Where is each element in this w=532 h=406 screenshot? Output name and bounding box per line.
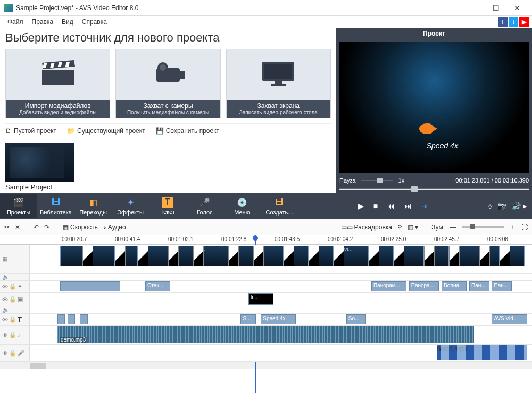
- import-media-card[interactable]: Импорт медиафайловДобавить видео и аудио…: [5, 49, 110, 118]
- audio-button[interactable]: ♪Аудио: [103, 223, 126, 231]
- effect-clip[interactable]: Стек...: [145, 281, 170, 291]
- project-thumbnail[interactable]: Sample Project: [5, 143, 74, 191]
- text-track-body[interactable]: S...Speed 4xSo...AVS Vid...: [30, 314, 532, 325]
- menu-help[interactable]: Справка: [78, 17, 111, 27]
- lock-icon[interactable]: 🔒: [9, 283, 16, 290]
- mic-track-body[interactable]: demo.mp3: [30, 345, 532, 361]
- menu-file[interactable]: Файл: [3, 17, 28, 27]
- effect-clip[interactable]: Пан...: [492, 281, 512, 291]
- empty-project-button[interactable]: 🗋Пустой проект: [5, 127, 56, 135]
- zoom-in-button[interactable]: ＋: [510, 222, 516, 231]
- transition-clip[interactable]: [424, 246, 435, 266]
- transition-clip[interactable]: [253, 246, 264, 266]
- text-clip[interactable]: So...: [346, 314, 367, 324]
- transition-clip[interactable]: [228, 246, 239, 266]
- eye-icon[interactable]: 👁: [2, 284, 8, 290]
- next-button[interactable]: ⏭: [404, 202, 412, 210]
- text-clip[interactable]: AVS Vid...: [492, 314, 527, 324]
- nav-voice[interactable]: 🎤Голос: [186, 194, 223, 218]
- text-clip[interactable]: Speed 4x: [261, 314, 296, 324]
- transition-clip[interactable]: [284, 246, 294, 266]
- storyboard-button[interactable]: ▭▭Раскадровка: [341, 223, 392, 231]
- nav-library[interactable]: 🎞Библиотека: [37, 194, 74, 218]
- video-track-body[interactable]: D...D...Divi...: [30, 245, 532, 273]
- lock-icon[interactable]: 🔒: [9, 332, 16, 338]
- transition-clip[interactable]: [82, 246, 93, 266]
- nav-text[interactable]: TТекст: [149, 195, 186, 217]
- lock-icon[interactable]: 🔒: [9, 316, 16, 323]
- mixer-button[interactable]: ⚲: [397, 223, 402, 231]
- horizontal-scrollbar[interactable]: [0, 362, 532, 369]
- effect-clip[interactable]: Панора...: [409, 281, 439, 291]
- overlay-track-body[interactable]: fi...: [30, 293, 532, 306]
- split-button[interactable]: ⎀: [488, 202, 492, 210]
- minimize-button[interactable]: —: [464, 1, 485, 15]
- zoom-slider[interactable]: [462, 226, 504, 228]
- transition-clip[interactable]: [500, 246, 510, 266]
- speaker-icon[interactable]: 🔈: [2, 274, 10, 280]
- snapshot-button[interactable]: 📷: [497, 202, 506, 210]
- video-clip[interactable]: [60, 246, 82, 266]
- save-project-button[interactable]: 💾Сохранить проект: [156, 127, 219, 135]
- transition-clip[interactable]: [369, 246, 379, 266]
- existing-project-button[interactable]: 📁Существующий проект: [67, 127, 145, 135]
- audio-clip[interactable]: demo.mp3: [57, 326, 475, 343]
- maximize-button[interactable]: ☐: [485, 1, 506, 15]
- transition-clip[interactable]: [168, 246, 179, 266]
- mic-clip[interactable]: demo.mp3: [437, 345, 527, 360]
- youtube-icon[interactable]: ▶: [519, 17, 529, 27]
- transition-clip[interactable]: [138, 246, 148, 266]
- eye-icon[interactable]: 👁: [2, 332, 8, 338]
- layout-button[interactable]: ▥ ▾: [408, 223, 418, 231]
- text-clip[interactable]: S...: [240, 314, 255, 324]
- stop-button[interactable]: ■: [373, 202, 378, 210]
- close-button[interactable]: ✕: [506, 1, 528, 15]
- eye-icon[interactable]: 👁: [2, 350, 8, 357]
- twitter-icon[interactable]: t: [509, 17, 518, 27]
- transition-clip[interactable]: [479, 246, 490, 266]
- transition-clip[interactable]: [449, 246, 460, 266]
- audio-track-body[interactable]: demo.mp3: [30, 326, 532, 344]
- nav-effects[interactable]: ✦Эффекты: [112, 194, 149, 218]
- transition-clip[interactable]: [115, 246, 126, 266]
- time-ruler[interactable]: 00:00:20.700:00:41.400:01:02.100:01:22.8…: [0, 235, 532, 245]
- step-button[interactable]: ⇥: [421, 202, 428, 210]
- fit-button[interactable]: ⛶: [521, 223, 528, 231]
- facebook-icon[interactable]: f: [498, 17, 508, 27]
- text-clip[interactable]: [68, 314, 75, 324]
- eye-icon[interactable]: 👁: [2, 317, 8, 323]
- effect-clip[interactable]: [60, 281, 120, 291]
- lock-icon[interactable]: 🔒: [9, 296, 16, 303]
- effect-clip[interactable]: Волна: [442, 281, 467, 291]
- delete-button[interactable]: ✕: [15, 223, 20, 231]
- effect-clip[interactable]: Панорам...: [371, 281, 406, 291]
- eye-icon[interactable]: 👁: [2, 296, 8, 303]
- nav-create[interactable]: 🎞Создать...: [261, 194, 298, 218]
- undo-button[interactable]: ↶: [34, 223, 39, 231]
- nav-menu[interactable]: 💿Меню: [223, 194, 261, 218]
- seek-bar[interactable]: [339, 185, 529, 193]
- transition-clip[interactable]: [193, 246, 204, 266]
- speed-button[interactable]: ▦Скорость: [63, 223, 98, 231]
- effects-track-body[interactable]: Стек...Панорам...Панора...ВолнаПан...Пан…: [30, 281, 532, 292]
- nav-projects[interactable]: 🎬Проекты: [0, 194, 37, 218]
- zoom-out-button[interactable]: —: [450, 223, 456, 231]
- camera-capture-card[interactable]: Захват с камерыПолучить медиафайлы с кам…: [115, 49, 220, 118]
- overlay-clip[interactable]: fi...: [248, 293, 273, 305]
- speaker-icon[interactable]: 🔈: [2, 306, 10, 313]
- text-clip[interactable]: [57, 314, 65, 324]
- menu-view[interactable]: Вид: [57, 17, 78, 27]
- menu-edit[interactable]: Правка: [28, 17, 58, 27]
- effect-clip[interactable]: Пан...: [469, 281, 489, 291]
- transition-clip[interactable]: [309, 246, 319, 266]
- transition-clip[interactable]: [394, 246, 404, 266]
- cut-button[interactable]: ✂: [4, 223, 10, 231]
- prev-button[interactable]: ⏮: [387, 202, 395, 210]
- lock-icon[interactable]: 🔒: [9, 350, 16, 357]
- redo-button[interactable]: ↷: [44, 223, 49, 231]
- text-clip[interactable]: [80, 314, 87, 324]
- preview-video[interactable]: Speed 4x: [339, 42, 529, 173]
- speed-slider[interactable]: [361, 180, 393, 181]
- volume-button[interactable]: 🔊 ▸: [512, 202, 527, 210]
- play-button[interactable]: ▶: [358, 202, 364, 210]
